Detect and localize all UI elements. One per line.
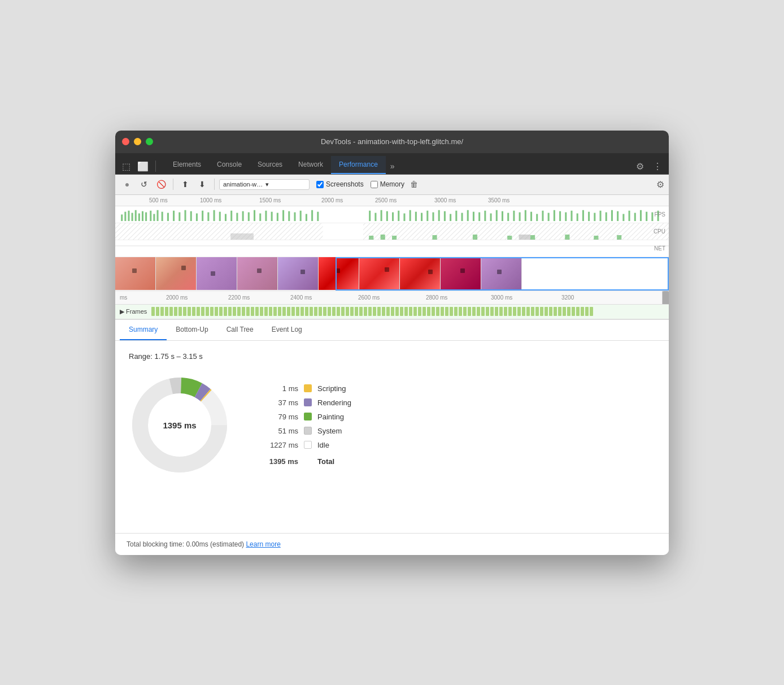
frame-bar xyxy=(499,307,503,316)
frame-bar xyxy=(418,307,421,316)
svg-rect-78 xyxy=(594,213,595,221)
svg-rect-26 xyxy=(248,212,250,220)
legend-total: 1395 ms Total xyxy=(264,457,351,466)
device-icon[interactable]: ⬜ xyxy=(135,159,151,174)
ruler-1000ms: 1000 ms xyxy=(200,197,221,203)
minimize-button[interactable] xyxy=(134,138,141,145)
tab-network[interactable]: Network xyxy=(290,156,331,174)
svg-rect-25 xyxy=(242,211,244,220)
frame-bar xyxy=(576,307,580,316)
frame-bar xyxy=(373,307,376,316)
frame-bar xyxy=(197,307,200,316)
clear-button[interactable]: 🚫 xyxy=(154,177,168,192)
reload-button[interactable]: ↺ xyxy=(137,177,151,192)
tab-performance[interactable]: Performance xyxy=(331,156,386,174)
svg-rect-92 xyxy=(363,223,669,240)
svg-rect-16 xyxy=(190,211,192,220)
tab-event-log[interactable]: Event Log xyxy=(263,320,311,340)
frames-label-text: Frames xyxy=(126,308,147,315)
legend-system: 51 ms System xyxy=(264,427,351,435)
svg-rect-38 xyxy=(317,211,319,220)
frame-bar xyxy=(287,307,290,316)
rendering-value: 37 ms xyxy=(264,398,298,407)
frames-toggle[interactable]: ▶ Frames xyxy=(120,308,147,315)
frame-bar xyxy=(183,307,186,316)
svg-rect-15 xyxy=(185,210,186,220)
tab-bar-tools: ⬚ ⬜ xyxy=(120,159,158,174)
frame-bar xyxy=(504,307,507,316)
fullscreen-button[interactable] xyxy=(146,138,153,145)
frame-bar xyxy=(305,307,308,316)
capture-settings-button[interactable]: ⚙ xyxy=(656,179,664,190)
memory-checkbox[interactable] xyxy=(371,181,378,188)
memory-label[interactable]: Memory xyxy=(380,180,404,188)
svg-rect-97 xyxy=(392,236,397,240)
svg-rect-48 xyxy=(421,213,423,221)
svg-rect-9 xyxy=(153,214,155,221)
svg-rect-86 xyxy=(640,210,642,220)
clear-recordings-button[interactable]: 🗑 xyxy=(407,179,421,190)
cursor-icon[interactable]: ⬚ xyxy=(120,159,133,174)
frame-bar xyxy=(472,307,476,316)
ruler-3000ms: 3000 ms xyxy=(434,197,456,203)
screenshot-2 xyxy=(156,257,197,290)
frame-bar xyxy=(409,307,412,316)
frame-bar xyxy=(228,307,232,316)
svg-rect-10 xyxy=(157,210,159,220)
tab-bar: ⬚ ⬜ Elements Console Sources Network Per… xyxy=(115,153,669,175)
svg-rect-27 xyxy=(254,210,255,220)
frame-bar xyxy=(251,307,254,316)
timeline-scrollbar-thumb[interactable] xyxy=(663,291,669,305)
painting-value: 79 ms xyxy=(264,413,298,421)
frame-bar xyxy=(400,307,403,316)
timeline-scrollbar[interactable] xyxy=(662,291,669,304)
svg-rect-100 xyxy=(507,236,512,240)
svg-rect-51 xyxy=(438,210,440,220)
svg-rect-101 xyxy=(530,235,535,240)
scripting-color-swatch xyxy=(304,384,312,392)
tab-console[interactable]: Console xyxy=(209,156,250,174)
system-name: System xyxy=(317,427,342,435)
legend-idle: 1227 ms Idle xyxy=(264,441,351,449)
learn-more-link[interactable]: Learn more xyxy=(246,540,280,548)
screenshots-checkbox[interactable] xyxy=(316,181,324,188)
tab-bottom-up[interactable]: Bottom-Up xyxy=(167,320,217,340)
legend-rendering: 37 ms Rendering xyxy=(264,398,351,407)
frame-bar xyxy=(445,307,448,316)
svg-rect-36 xyxy=(306,214,307,221)
nav-tabs: Elements Console Sources Network Perform… xyxy=(165,156,634,174)
svg-rect-82 xyxy=(617,211,619,220)
close-button[interactable] xyxy=(122,138,129,145)
frame-bar xyxy=(260,307,263,316)
tab-sources[interactable]: Sources xyxy=(250,156,290,174)
url-selector[interactable]: animation-with-top-left... ▾ xyxy=(219,179,310,190)
more-options-icon[interactable]: ⋮ xyxy=(651,159,664,174)
svg-rect-23 xyxy=(230,210,232,220)
screenshot-6 xyxy=(319,257,359,290)
frame-bar xyxy=(377,307,381,316)
frame-bar xyxy=(450,307,453,316)
svg-rect-69 xyxy=(542,210,543,220)
svg-rect-40 xyxy=(374,213,376,221)
download-button[interactable]: ⬇ xyxy=(195,177,210,192)
bottom-tabs: Summary Bottom-Up Call Tree Event Log xyxy=(115,320,669,341)
upload-button[interactable]: ⬆ xyxy=(178,177,193,192)
settings-icon[interactable]: ⚙ xyxy=(634,159,646,174)
tab-summary[interactable]: Summary xyxy=(120,320,167,340)
svg-rect-77 xyxy=(588,211,590,220)
svg-rect-4 xyxy=(135,210,137,220)
svg-rect-41 xyxy=(381,210,382,220)
svg-rect-22 xyxy=(225,214,227,221)
tab-bar-right: ⚙ ⋮ xyxy=(634,159,664,174)
svg-rect-5 xyxy=(138,213,140,221)
idle-value: 1227 ms xyxy=(264,441,298,449)
tab-elements[interactable]: Elements xyxy=(165,156,209,174)
frame-bar xyxy=(219,307,223,316)
tab-call-tree[interactable]: Call Tree xyxy=(217,320,263,340)
screenshots-label[interactable]: Screenshots xyxy=(326,180,364,188)
svg-rect-0 xyxy=(121,214,123,221)
frame-bar xyxy=(346,307,349,316)
more-tabs-button[interactable]: » xyxy=(386,158,399,174)
record-button[interactable]: ● xyxy=(120,177,134,192)
svg-rect-39 xyxy=(369,210,371,220)
